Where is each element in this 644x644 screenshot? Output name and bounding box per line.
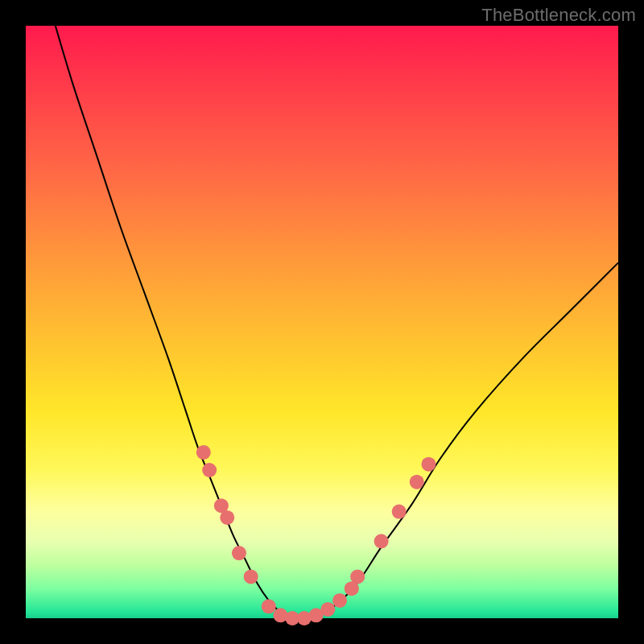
watermark-text: TheBottleneck.com xyxy=(481,5,636,26)
chart-svg xyxy=(26,26,618,618)
marker-dot xyxy=(392,505,407,519)
marker-dots xyxy=(196,445,436,625)
marker-dot xyxy=(232,546,246,560)
marker-dot xyxy=(421,457,436,472)
marker-dot xyxy=(332,593,347,608)
marker-dot xyxy=(202,463,217,477)
marker-dot xyxy=(350,569,365,584)
marker-dot xyxy=(262,599,276,613)
marker-dot xyxy=(374,534,389,548)
bottleneck-curve xyxy=(56,26,618,619)
marker-dot xyxy=(410,475,424,489)
chart-plot-area xyxy=(26,26,618,618)
marker-dot xyxy=(220,510,234,525)
marker-dot xyxy=(196,445,211,460)
marker-dot xyxy=(244,569,258,584)
chart-frame: TheBottleneck.com xyxy=(0,0,644,644)
marker-dot xyxy=(320,602,335,617)
